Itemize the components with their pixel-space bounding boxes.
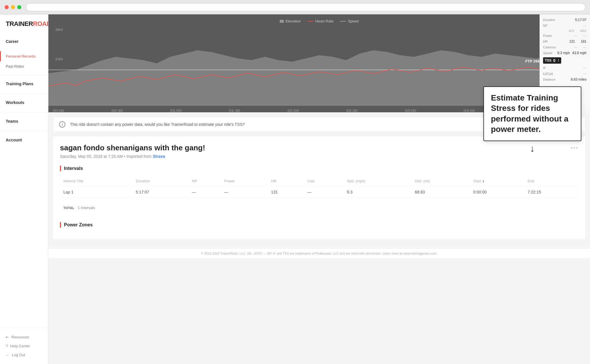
kj-value: — [583, 72, 587, 76]
sidebar-item-past-rides[interactable]: Past Rides [0, 61, 48, 71]
close-dot[interactable] [5, 5, 9, 9]
resources-label: Resources [11, 335, 29, 339]
footer-text: © 2011-2019 TrainerRoad, LLC. Ver. 16707… [201, 252, 437, 255]
hr-max: 181 [581, 39, 587, 43]
ride-separator: • [124, 154, 126, 159]
np-value: — [583, 24, 587, 28]
sidebar-item-personal-records[interactable]: Personal Records [0, 51, 48, 61]
speed-avg: 9.3 mph [557, 51, 570, 55]
cell-spd: 9.3 [343, 186, 411, 198]
max-col-header: MAX [580, 29, 587, 33]
stat-col-headers: AVG MAX [543, 29, 587, 33]
sidebar-item-account[interactable]: Account [0, 135, 48, 145]
cell-hr: 131 [268, 186, 304, 198]
info-message: This ride doesn't contain any power data… [70, 122, 549, 127]
total-label: TOTAL [63, 206, 74, 210]
power-zones-header: Power Zones [60, 222, 578, 228]
legend-elevation: Elevation [280, 19, 301, 23]
total-row: TOTAL 1 Intervals [60, 203, 578, 213]
address-bar[interactable] [26, 3, 585, 11]
intervals-section-title: Intervals [64, 166, 83, 171]
sidebar-item-career[interactable]: Career [0, 36, 48, 47]
power-avg: — [574, 34, 577, 38]
power-zones-section: Power Zones [60, 222, 578, 228]
sidebar-item-training-plans[interactable]: Training Plans [0, 79, 48, 89]
cell-np: — [188, 186, 221, 198]
col-end: End [524, 176, 578, 186]
ride-date: Saturday, May 05, 2018 at 7:25 AM [60, 154, 123, 159]
col-start-label: Start [473, 179, 481, 183]
tss-badge: TSS 0 ↑ [543, 57, 561, 64]
tss-badge-label: TSS [545, 58, 551, 62]
teams-section: Teams [0, 116, 48, 126]
sidebar-resources[interactable]: ⇤ Resources [0, 333, 48, 342]
distance-row: Distance 8.83 miles [543, 77, 587, 81]
duration-row: Duration 5:17:07 [543, 18, 587, 22]
tooltip-text: Estimate Training Stress for rides perfo… [491, 93, 574, 135]
if-value: — [583, 66, 587, 70]
legend-heart-rate: Heart Rate [308, 19, 334, 23]
speed-label: Speed [348, 19, 359, 23]
intervals-section: Intervals Interval Title Duration NP Pow… [60, 166, 578, 213]
strava-link[interactable]: Strava [153, 154, 165, 159]
power-label: Power [543, 34, 552, 37]
main-content: Elevation Heart Rate Speed [48, 14, 590, 364]
logo: TRAINERROAD [0, 20, 48, 36]
sidebar-help-center[interactable]: ? Help Center [0, 342, 48, 350]
distance-value: 8.83 miles [571, 77, 587, 81]
log-out-label: Log Out [12, 353, 25, 357]
cadence-label: Cadence [543, 46, 556, 49]
footer: © 2011-2019 TrainerRoad, LLC. Ver. 16707… [48, 249, 590, 258]
duration-label: Duration [543, 18, 555, 22]
legend-speed: Speed [340, 19, 359, 23]
power-row: Power — — [543, 34, 587, 38]
cell-cad: — [304, 186, 343, 198]
sidebar: TRAINERROAD Career Personal Records Past… [0, 14, 48, 364]
avg-col-header: AVG [569, 29, 574, 33]
svg-text:04:00: 04:00 [464, 109, 475, 112]
logout-icon: ← [6, 353, 10, 357]
speed-label: Speed [543, 51, 552, 55]
workouts-section: Workouts [0, 97, 48, 108]
account-section: Account [0, 135, 48, 145]
heart-rate-label: Heart Rate [315, 19, 334, 23]
kj-label: kJ(Cal) [543, 72, 553, 75]
chart-area: Elevation Heart Rate Speed [48, 14, 590, 112]
duration-value: 5:17:07 [575, 18, 587, 22]
tss-arrow-icon: ↑ [557, 58, 559, 63]
minimize-dot[interactable] [11, 5, 15, 9]
if-label: IF [543, 66, 546, 70]
tooltip-arrow-icon: ↓ [483, 143, 581, 154]
sidebar-item-workouts[interactable]: Workouts [0, 97, 48, 108]
nav-separator-4 [0, 131, 48, 131]
heart-rate-color [308, 21, 314, 22]
svg-text:03:00: 03:00 [405, 109, 417, 112]
svg-text:02:00: 02:00 [288, 109, 299, 112]
nav-separator-3 [0, 112, 48, 113]
distance-label: Distance [543, 78, 555, 81]
col-start[interactable]: Start ∨ [470, 176, 524, 186]
elevation-label: Elevation [285, 19, 301, 23]
np-label: NP [543, 24, 547, 27]
browser-chrome [0, 0, 590, 14]
svg-text:00:00: 00:00 [53, 109, 65, 112]
power-zones-title: Power Zones [64, 222, 93, 227]
if-row: IF — [543, 66, 587, 70]
svg-text:240: 240 [55, 57, 63, 61]
imported-text: Imported from [126, 154, 152, 159]
nav-separator-2 [0, 94, 48, 94]
sidebar-nav: Career Personal Records Past Rides Train… [0, 36, 48, 328]
col-power: Power [221, 176, 267, 186]
total-value: 1 Intervals [78, 206, 95, 210]
col-np: NP [188, 176, 221, 186]
sidebar-item-teams[interactable]: Teams [0, 116, 48, 126]
col-cad: Cad. [304, 176, 343, 186]
cell-start: 0:00:00 [470, 186, 524, 198]
cadence-row: Cadence — — [543, 45, 587, 49]
speed-max: 43.8 mph [572, 51, 587, 55]
table-row: Lap 1 5:17:07 — — 131 — 9.3 68.83 0:00:0… [60, 186, 578, 198]
maximize-dot[interactable] [17, 5, 21, 9]
kj-row: kJ(Cal) — [543, 72, 587, 76]
training-section: Training Plans [0, 79, 48, 89]
sidebar-log-out[interactable]: ← Log Out [0, 350, 48, 359]
